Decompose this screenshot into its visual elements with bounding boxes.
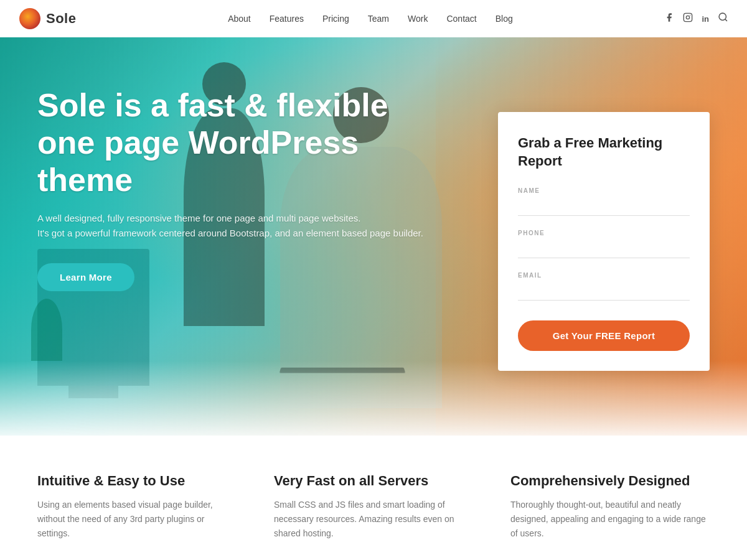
email-label: EMAIL <box>518 272 690 279</box>
email-field: EMAIL <box>518 272 690 301</box>
nav-links: AboutFeaturesPricingTeamWorkContactBlog <box>228 14 513 24</box>
phone-field: PHONE <box>518 230 690 258</box>
nav-link-blog[interactable]: Blog <box>496 14 513 24</box>
submit-button[interactable]: Get Your FREE Report <box>518 320 690 351</box>
instagram-icon[interactable] <box>683 12 693 25</box>
social-links: in <box>664 12 728 26</box>
nav-link-features[interactable]: Features <box>270 14 304 24</box>
feature-desc-1: Small CSS and JS files and smart loading… <box>274 498 473 541</box>
search-icon[interactable] <box>718 12 728 26</box>
logo-icon <box>19 7 41 30</box>
name-input[interactable] <box>518 198 690 216</box>
svg-rect-1 <box>684 13 692 21</box>
form-card: Grab a Free Marketing Report NAME PHONE … <box>498 112 710 371</box>
feature-desc-2: Thoroughly thought-out, beautiful and ne… <box>510 498 710 541</box>
hero-title: Sole is a fast & flexible one page WordP… <box>37 87 423 198</box>
form-card-title: Grab a Free Marketing Report <box>518 134 690 170</box>
feature-title-2: Comprehensively Designed <box>510 473 710 489</box>
navbar: Sole AboutFeaturesPricingTeamWorkContact… <box>0 0 747 37</box>
name-field: NAME <box>518 187 690 216</box>
svg-point-3 <box>690 15 690 16</box>
linkedin-icon[interactable]: in <box>702 14 709 24</box>
feature-item-2: Comprehensively DesignedThoroughly thoug… <box>510 473 710 541</box>
learn-more-button[interactable]: Learn More <box>37 263 134 291</box>
nav-link-team[interactable]: Team <box>368 14 389 24</box>
feature-desc-0: Using an elements based visual page buil… <box>37 498 237 541</box>
nav-link-pricing[interactable]: Pricing <box>322 14 349 24</box>
svg-point-0 <box>19 8 40 29</box>
svg-point-2 <box>687 16 690 19</box>
hero-subtitle: A well designed, fully responsive theme … <box>37 211 423 241</box>
svg-line-5 <box>725 19 727 21</box>
feature-item-1: Very Fast on all ServersSmall CSS and JS… <box>274 473 473 541</box>
hero-content: Sole is a fast & flexible one page WordP… <box>37 87 423 291</box>
hero-section: Sole is a fast & flexible one page WordP… <box>0 37 747 436</box>
phone-input[interactable] <box>518 240 690 258</box>
phone-label: PHONE <box>518 230 690 236</box>
facebook-icon[interactable] <box>664 12 674 25</box>
feature-title-0: Intuitive & Easy to Use <box>37 473 237 489</box>
feature-item-0: Intuitive & Easy to UseUsing an elements… <box>37 473 237 541</box>
logo[interactable]: Sole <box>19 7 76 30</box>
name-label: NAME <box>518 187 690 194</box>
nav-link-work[interactable]: Work <box>408 14 428 24</box>
nav-link-contact[interactable]: Contact <box>446 14 476 24</box>
svg-point-4 <box>719 13 726 20</box>
features-section: Intuitive & Easy to UseUsing an elements… <box>0 436 747 560</box>
hero-bottom-fade <box>0 361 747 436</box>
feature-title-1: Very Fast on all Servers <box>274 473 473 489</box>
email-input[interactable] <box>518 282 690 301</box>
logo-label: Sole <box>46 11 76 27</box>
nav-link-about[interactable]: About <box>228 14 251 24</box>
